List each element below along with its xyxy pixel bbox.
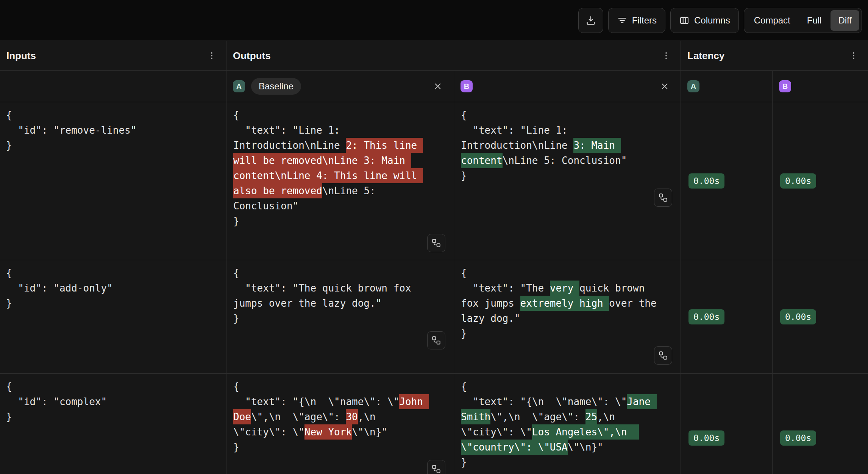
download-icon — [585, 15, 596, 26]
trace-button[interactable] — [427, 234, 445, 252]
trace-icon — [431, 238, 441, 248]
app-root: Filters Columns Compact Full Diff Inputs — [0, 0, 868, 474]
latency-cell-a: 0.00s — [681, 260, 773, 374]
output-cell-baseline[interactable]: { "text": "Line 1: Introduction\nLine 2:… — [226, 102, 454, 260]
latency-cell-a: 0.00s — [681, 102, 773, 260]
latency-value: 0.00s — [688, 430, 724, 446]
latency-cell-b: 0.00s — [773, 102, 868, 260]
output-json-diff: { "text": "Line 1: Introduction\nLine 3:… — [461, 108, 664, 183]
latency-header-a: A — [681, 71, 773, 102]
inputs-menu-button[interactable] — [205, 49, 219, 62]
latency-value: 0.00s — [780, 430, 816, 446]
trace-button[interactable] — [427, 460, 445, 474]
latency-value: 0.00s — [688, 309, 724, 324]
toolbar: Filters Columns Compact Full Diff — [0, 0, 868, 41]
experiment-badge-a: A — [233, 80, 245, 92]
experiment-header-spacer — [0, 71, 226, 102]
input-json: { "id": "add-only" } — [6, 265, 209, 311]
trace-icon — [431, 335, 441, 345]
input-cell[interactable]: { "id": "remove-lines" } — [0, 102, 226, 260]
latency-value: 0.00s — [780, 173, 816, 189]
filter-icon — [617, 15, 628, 26]
output-json-diff: { "text": "The quick brown fox jumps ove… — [233, 265, 437, 326]
kebab-icon — [849, 51, 859, 61]
columns-button[interactable]: Columns — [670, 8, 739, 33]
trace-icon — [658, 193, 668, 203]
latency-badge-a: A — [687, 80, 699, 92]
output-json-diff: { "text": "Line 1: Introduction\nLine 2:… — [233, 108, 437, 229]
filters-label: Filters — [632, 15, 657, 26]
output-cell-b[interactable]: { "text": "Line 1: Introduction\nLine 3:… — [454, 102, 681, 260]
input-json: { "id": "remove-lines" } — [6, 108, 209, 153]
latency-cell-a: 0.00s — [681, 374, 773, 474]
input-cell[interactable]: { "id": "complex" } — [0, 374, 226, 474]
output-json-diff: { "text": "{\n \"name\": \"Jane Smith\",… — [461, 379, 664, 470]
inputs-title: Inputs — [6, 50, 36, 62]
view-mode-diff[interactable]: Diff — [831, 10, 859, 31]
close-icon — [660, 81, 670, 91]
close-icon — [433, 81, 443, 91]
experiment-header-b: B — [454, 71, 681, 102]
column-header-latency: Latency — [681, 41, 868, 71]
output-json-diff: { "text": "{\n \"name\": \"John Doe\",\n… — [233, 379, 437, 455]
experiment-badge-b: B — [461, 80, 473, 92]
trace-button[interactable] — [654, 189, 672, 207]
output-cell-b[interactable]: { "text": "{\n \"name\": \"Jane Smith\",… — [454, 374, 681, 474]
experiment-label-baseline: Baseline — [251, 78, 301, 95]
kebab-icon — [661, 51, 671, 61]
trace-icon — [658, 351, 668, 360]
filters-button[interactable]: Filters — [608, 8, 665, 33]
columns-icon — [679, 15, 690, 26]
trace-button[interactable] — [654, 346, 672, 365]
outputs-title: Outputs — [233, 50, 271, 62]
output-cell-baseline[interactable]: { "text": "{\n \"name\": \"John Doe\",\n… — [226, 374, 454, 474]
latency-value: 0.00s — [688, 173, 724, 189]
view-mode-compact[interactable]: Compact — [746, 10, 798, 31]
columns-label: Columns — [694, 15, 730, 26]
results-table: Inputs Outputs Latency — [0, 41, 868, 474]
latency-title: Latency — [687, 50, 724, 62]
output-json-diff: { "text": "The very quick brown fox jump… — [461, 265, 664, 341]
experiment-header-baseline: A Baseline — [226, 71, 454, 102]
download-button[interactable] — [578, 8, 603, 33]
close-baseline-column-button[interactable] — [431, 80, 445, 93]
trace-icon — [431, 464, 441, 474]
input-cell[interactable]: { "id": "add-only" } — [0, 260, 226, 374]
output-cell-b[interactable]: { "text": "The very quick brown fox jump… — [454, 260, 681, 374]
trace-button[interactable] — [427, 331, 445, 349]
latency-value: 0.00s — [780, 309, 816, 324]
kebab-icon — [207, 51, 217, 61]
latency-menu-button[interactable] — [847, 49, 860, 62]
latency-header-b: B — [773, 71, 868, 102]
input-json: { "id": "complex" } — [6, 379, 209, 424]
view-mode-switcher: Compact Full Diff — [744, 8, 862, 33]
column-header-outputs: Outputs — [226, 41, 681, 71]
output-cell-baseline[interactable]: { "text": "The quick brown fox jumps ove… — [226, 260, 454, 374]
latency-badge-b: B — [779, 80, 791, 92]
close-b-column-button[interactable] — [658, 80, 671, 93]
view-mode-full[interactable]: Full — [799, 10, 829, 31]
outputs-menu-button[interactable] — [659, 49, 673, 62]
column-header-inputs: Inputs — [0, 41, 226, 71]
latency-cell-b: 0.00s — [773, 374, 868, 474]
latency-cell-b: 0.00s — [773, 260, 868, 374]
